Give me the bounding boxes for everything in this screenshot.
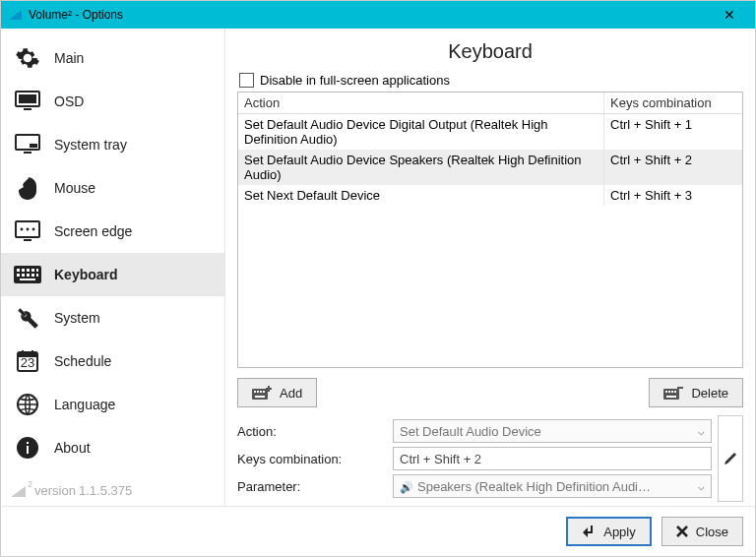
screen-edge-icon (13, 220, 42, 242)
svg-rect-20 (27, 274, 30, 277)
chevron-down-icon: ⌵ (692, 425, 705, 438)
monitor-icon (13, 91, 42, 112)
svg-rect-23 (20, 278, 35, 280)
mouse-icon (13, 175, 42, 201)
action-select[interactable]: Set Default Audio Device ⌵ (393, 419, 712, 443)
table-row[interactable]: Set Next Default Device Ctrl + Shift + 3 (238, 185, 742, 206)
parameter-select[interactable]: Speakers (Realtek High Definition Audi… … (393, 474, 712, 498)
col-action[interactable]: Action (238, 93, 604, 113)
svg-rect-2 (19, 94, 36, 103)
sidebar-item-screen-edge[interactable]: Screen edge (1, 210, 224, 253)
svg-rect-11 (24, 239, 32, 241)
keyboard-delete-icon (663, 386, 683, 400)
svg-rect-14 (22, 269, 25, 272)
svg-rect-40 (663, 389, 679, 400)
sidebar-item-label: Keyboard (54, 267, 118, 282)
pencil-icon (724, 452, 737, 465)
sidebar-item-label: Main (54, 50, 84, 66)
sidebar-item-label: System (54, 310, 100, 326)
svg-rect-28 (32, 350, 33, 354)
sidebar-item-label: Language (54, 397, 115, 412)
sidebar-item-label: About (54, 440, 91, 456)
keys-label: Keys combination: (237, 452, 385, 466)
svg-rect-36 (257, 391, 259, 393)
svg-rect-3 (24, 108, 32, 110)
disable-fullscreen-checkbox[interactable] (239, 73, 254, 88)
close-icon (676, 526, 688, 537)
col-keys[interactable]: Keys combination (604, 93, 742, 113)
shortcuts-table[interactable]: Action Keys combination Set Default Audi… (237, 92, 743, 368)
svg-rect-18 (17, 274, 20, 277)
disable-fullscreen-row[interactable]: Disable in full-screen applications (237, 73, 743, 88)
parameter-label: Parameter: (237, 479, 385, 494)
apply-button[interactable]: Apply (566, 517, 652, 546)
delete-button[interactable]: Delete (649, 378, 743, 407)
svg-rect-21 (32, 274, 34, 277)
keyboard-add-icon (252, 386, 272, 400)
svg-rect-43 (671, 391, 673, 393)
sidebar-item-system-tray[interactable]: System tray (1, 123, 224, 166)
svg-marker-0 (9, 10, 22, 20)
svg-point-8 (21, 228, 24, 231)
svg-rect-41 (665, 391, 667, 393)
keyboard-icon (13, 266, 42, 283)
svg-rect-39 (255, 396, 265, 398)
sidebar-item-label: Mouse (54, 180, 95, 196)
page-title: Keyboard (237, 40, 743, 63)
svg-rect-27 (22, 350, 24, 354)
sidebar-item-label: System tray (54, 137, 127, 153)
svg-rect-45 (666, 396, 676, 398)
sidebar-item-label: Schedule (54, 353, 111, 369)
calendar-icon: 23 (13, 349, 42, 373)
globe-icon (13, 393, 42, 416)
svg-rect-35 (254, 391, 256, 393)
table-header: Action Keys combination (238, 93, 742, 114)
sidebar-item-language[interactable]: Language (1, 383, 224, 426)
app-icon (9, 9, 23, 21)
table-row[interactable]: Set Default Audio Device Speakers (Realt… (238, 150, 742, 185)
sidebar-item-schedule[interactable]: 23 Schedule (1, 340, 224, 383)
svg-rect-17 (36, 269, 38, 272)
svg-rect-15 (27, 269, 30, 272)
svg-rect-5 (30, 144, 37, 148)
sidebar-footer: 2 version 1.1.5.375 (1, 477, 224, 506)
add-button[interactable]: Add (237, 378, 317, 407)
svg-point-10 (32, 228, 35, 231)
info-icon (13, 436, 42, 460)
edit-button[interactable] (718, 415, 743, 502)
chevron-down-icon: ⌵ (692, 480, 705, 493)
table-row[interactable]: Set Default Audio Device Digital Output … (238, 114, 742, 150)
sidebar-item-about[interactable]: About (1, 426, 224, 469)
keys-input[interactable]: Ctrl + Shift + 2 (393, 447, 712, 470)
svg-text:23: 23 (21, 355, 34, 370)
sidebar-item-main[interactable]: Main (1, 36, 224, 80)
close-window-button[interactable]: ✕ (712, 7, 747, 23)
speaker-icon (400, 479, 417, 494)
svg-rect-42 (668, 391, 670, 393)
svg-rect-32 (27, 442, 29, 444)
apply-icon (582, 525, 596, 538)
window-title: Volume² - Options (29, 8, 712, 22)
sidebar: Main OSD System tray Mouse Screen edge K… (1, 29, 225, 506)
title-bar: Volume² - Options ✕ (1, 1, 755, 29)
svg-rect-22 (36, 274, 38, 277)
svg-rect-38 (263, 391, 265, 393)
svg-point-9 (27, 228, 30, 231)
close-button[interactable]: Close (662, 517, 743, 546)
sidebar-item-system[interactable]: System (1, 296, 224, 340)
app-logo-small: 2 (11, 485, 27, 498)
sidebar-item-mouse[interactable]: Mouse (1, 166, 224, 210)
tools-icon (13, 305, 42, 331)
svg-rect-19 (22, 274, 25, 277)
svg-rect-34 (252, 389, 268, 400)
svg-rect-46 (677, 387, 683, 389)
sidebar-item-osd[interactable]: OSD (1, 80, 224, 123)
action-label: Action: (237, 424, 385, 439)
main-panel: Keyboard Disable in full-screen applicat… (225, 29, 755, 506)
sidebar-item-label: OSD (54, 93, 84, 109)
disable-fullscreen-label: Disable in full-screen applications (260, 73, 450, 88)
sidebar-item-keyboard[interactable]: Keyboard (1, 253, 224, 296)
svg-rect-6 (24, 152, 32, 154)
svg-rect-44 (674, 391, 676, 393)
tray-icon (13, 134, 42, 155)
